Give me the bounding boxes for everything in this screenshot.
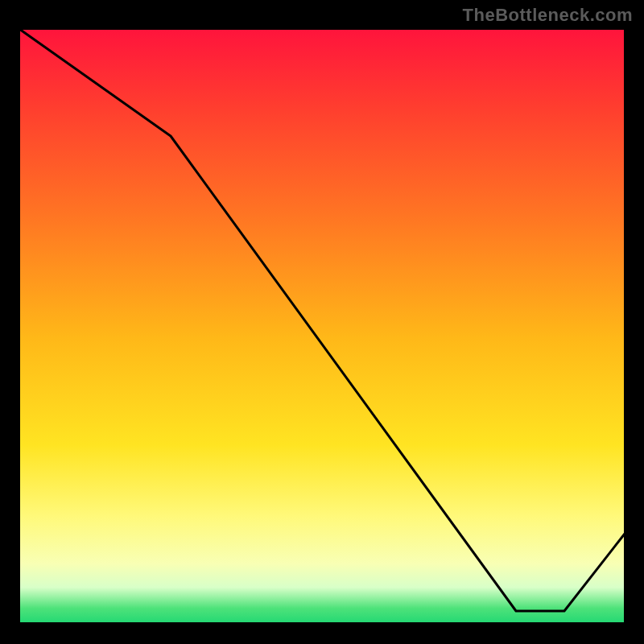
watermark-text: TheBottleneck.com xyxy=(463,5,633,26)
data-line xyxy=(16,26,628,626)
chart-container: TheBottleneck.com xyxy=(0,0,644,644)
plot-area xyxy=(16,26,628,626)
plot-outer xyxy=(16,26,628,626)
